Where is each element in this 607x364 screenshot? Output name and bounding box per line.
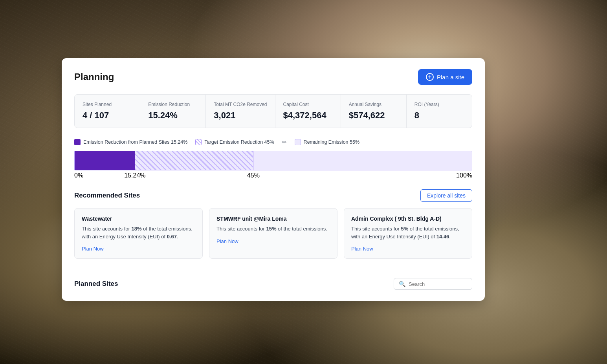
emission-reduction-value: 15.24% bbox=[148, 110, 198, 121]
capital-cost-label: Capital Cost bbox=[283, 102, 333, 107]
plus-circle-icon: + bbox=[426, 73, 434, 81]
edit-icon[interactable]: ✏ bbox=[282, 139, 287, 145]
emission-reduction-label: Emission Reduction bbox=[148, 102, 198, 107]
sites-planned-value: 4 / 107 bbox=[83, 110, 132, 121]
stat-sites-planned: Sites Planned 4 / 107 bbox=[75, 95, 140, 128]
site-card-admin: Admin Complex ( 9th St. Bldg A-D) This s… bbox=[344, 208, 472, 259]
chart-label-1524: 15.24% bbox=[124, 172, 145, 179]
chart-labels-container: 0% 15.24% 45% 100% bbox=[74, 172, 472, 178]
plan-now-wastewater[interactable]: Plan Now bbox=[82, 246, 104, 252]
site-card-title-wastewater: Wastewater bbox=[82, 216, 195, 222]
sites-grid: Wastewater This site accounts for 18% of… bbox=[74, 208, 472, 259]
planned-sites-section: Planned Sites 🔍 bbox=[74, 270, 472, 290]
chart-label-100: 100% bbox=[456, 172, 472, 179]
plan-now-admin[interactable]: Plan Now bbox=[351, 246, 373, 252]
sites-planned-label: Sites Planned bbox=[83, 102, 132, 107]
site-card-title-stmwrf: STMWRF unit @Mira Loma bbox=[216, 216, 330, 222]
chart-legend: Emission Reduction from Planned Sites 15… bbox=[74, 139, 472, 145]
legend-remaining: Remaining Emission 55% bbox=[295, 139, 359, 145]
panel-header: Planning + Plan a site bbox=[74, 69, 472, 85]
legend-planned: Emission Reduction from Planned Sites 15… bbox=[74, 139, 187, 145]
stats-bar: Sites Planned 4 / 107 Emission Reduction… bbox=[74, 94, 472, 128]
site-card-desc-admin: This site accounts for 5% of the total e… bbox=[351, 225, 465, 240]
legend-target-label: Target Emission Reduction 45% bbox=[204, 139, 274, 145]
total-mt-value: 3,021 bbox=[214, 110, 267, 121]
plan-now-stmwrf[interactable]: Plan Now bbox=[216, 238, 238, 244]
stat-total-mt: Total MT CO2e Removed 3,021 bbox=[206, 95, 275, 128]
bar-planned bbox=[75, 151, 135, 170]
recommended-section-header: Recommended Sites Explore all sites bbox=[74, 189, 472, 202]
main-panel: Planning + Plan a site Sites Planned 4 /… bbox=[62, 58, 485, 301]
stat-capital-cost: Capital Cost $4,372,564 bbox=[275, 95, 341, 128]
legend-planned-label: Emission Reduction from Planned Sites 15… bbox=[83, 139, 187, 145]
site-card-title-admin: Admin Complex ( 9th St. Bldg A-D) bbox=[351, 216, 465, 222]
legend-planned-box bbox=[74, 139, 81, 145]
site-card-desc-stmwrf: This site accounts for 15% of the total … bbox=[216, 225, 330, 233]
legend-remaining-box bbox=[295, 139, 301, 145]
chart-section: Emission Reduction from Planned Sites 15… bbox=[74, 139, 472, 178]
search-input[interactable] bbox=[409, 281, 467, 287]
site-card-stmwrf: STMWRF unit @Mira Loma This site account… bbox=[209, 208, 337, 259]
chart-label-0: 0% bbox=[74, 172, 83, 179]
search-icon: 🔍 bbox=[399, 281, 405, 287]
legend-target-box bbox=[195, 139, 202, 145]
stat-emission-reduction: Emission Reduction 15.24% bbox=[140, 95, 206, 128]
legend-target: Target Emission Reduction 45% bbox=[195, 139, 274, 145]
roi-value: 8 bbox=[414, 110, 464, 121]
capital-cost-value: $4,372,564 bbox=[283, 110, 333, 121]
explore-all-sites-button[interactable]: Explore all sites bbox=[420, 189, 472, 202]
site-card-wastewater: Wastewater This site accounts for 18% of… bbox=[74, 208, 203, 259]
search-box[interactable]: 🔍 bbox=[394, 278, 472, 290]
site-card-desc-wastewater: This site accounts for 18% of the total … bbox=[82, 225, 195, 240]
annual-savings-label: Annual Savings bbox=[349, 102, 398, 107]
chart-bar bbox=[74, 151, 472, 170]
plan-site-button[interactable]: + Plan a site bbox=[418, 69, 472, 85]
roi-label: ROI (Years) bbox=[414, 102, 464, 107]
total-mt-label: Total MT CO2e Removed bbox=[214, 102, 267, 107]
recommended-title: Recommended Sites bbox=[74, 192, 140, 199]
annual-savings-value: $574,622 bbox=[349, 110, 398, 121]
legend-remaining-label: Remaining Emission 55% bbox=[304, 139, 359, 145]
page-title: Planning bbox=[74, 71, 114, 82]
planned-sites-title: Planned Sites bbox=[74, 280, 118, 288]
chart-label-45: 45% bbox=[247, 172, 260, 179]
bar-target bbox=[135, 151, 253, 170]
stat-roi: ROI (Years) 8 bbox=[407, 95, 472, 128]
stat-annual-savings: Annual Savings $574,622 bbox=[341, 95, 407, 128]
